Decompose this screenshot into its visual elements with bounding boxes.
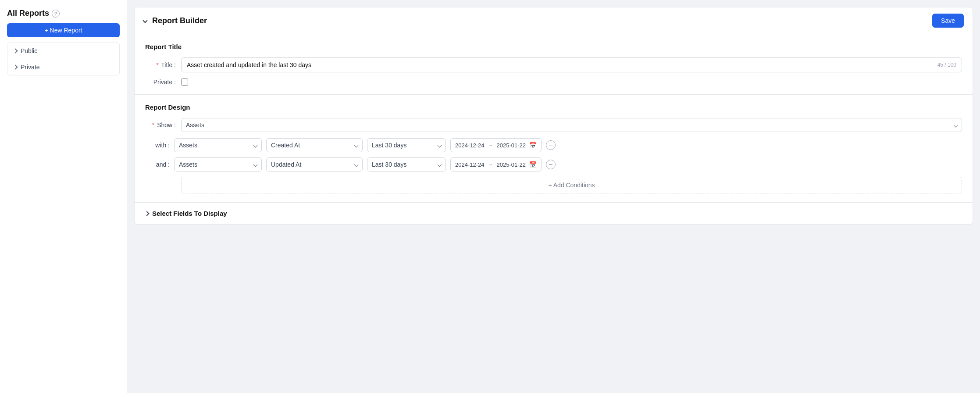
add-conditions-label: + Add Conditions (548, 182, 595, 189)
report-design-section: Report Design * Show : Assets with : Ass… (135, 95, 973, 203)
condition-2-assets-value: Assets (179, 161, 197, 168)
sidebar: All Reports ? + New Report Public Privat… (0, 0, 127, 393)
required-star: * (156, 61, 158, 68)
sidebar-item-public-label: Public (21, 47, 37, 54)
condition-1-field-value: Created At (271, 142, 300, 149)
show-select-value: Assets (186, 121, 204, 129)
calendar-icon-1: 📅 (529, 142, 537, 149)
panel-collapse-icon[interactable] (143, 18, 147, 23)
condition-1-assets-value: Assets (179, 142, 197, 149)
remove-condition-1-button[interactable]: − (546, 140, 556, 150)
report-design-section-label: Report Design (145, 104, 962, 111)
condition-1-field-chevron (354, 143, 359, 147)
help-icon[interactable]: ? (52, 10, 60, 18)
sidebar-groups: Public Private (7, 43, 120, 75)
select-fields-header[interactable]: Select Fields To Display (145, 210, 962, 217)
private-checkbox-wrapper (181, 79, 188, 86)
title-input[interactable] (187, 61, 937, 68)
show-label: * Show : (145, 121, 176, 129)
save-button[interactable]: Save (932, 14, 964, 28)
condition-2-period-value: Last 30 days (372, 161, 406, 168)
condition-2-date-end: 2025-01-22 (497, 161, 526, 168)
condition-1-field-select[interactable]: Created At (266, 138, 363, 152)
sidebar-title: All Reports ? (7, 9, 120, 18)
add-conditions-button[interactable]: + Add Conditions (181, 177, 962, 193)
main-content: Report Builder Save Report Title * Title… (127, 0, 980, 393)
condition-2-field-value: Updated At (271, 161, 301, 168)
and-label: and : (145, 161, 170, 168)
condition-2-assets-chevron (253, 162, 258, 167)
title-label: * Title : (145, 61, 176, 68)
sidebar-item-public[interactable]: Public (7, 43, 119, 59)
show-select-chevron (954, 123, 958, 127)
condition-2-field-chevron (354, 162, 359, 167)
select-fields-chevron (144, 211, 149, 216)
condition-2-date-range[interactable]: 2024-12-24 → 2025-01-22 📅 (450, 157, 542, 171)
condition-2-assets-select[interactable]: Assets (174, 157, 262, 171)
title-input-wrapper: 45 / 100 (181, 57, 962, 72)
new-report-button[interactable]: + New Report (7, 23, 120, 37)
condition-1-assets-select[interactable]: Assets (174, 138, 262, 152)
condition-1-date-start: 2024-12-24 (455, 142, 485, 149)
remove-condition-2-button[interactable]: − (546, 160, 556, 169)
sidebar-item-private-label: Private (21, 64, 40, 71)
private-label: Private : (145, 79, 176, 86)
sidebar-item-private[interactable]: Private (7, 59, 119, 75)
condition-1-period-value: Last 30 days (372, 142, 406, 149)
condition-2-field-select[interactable]: Updated At (266, 157, 363, 171)
condition-row-1: with : Assets Created At Last 30 days 20… (145, 138, 962, 152)
panel-title: Report Builder (143, 16, 207, 25)
title-row: * Title : 45 / 100 (145, 57, 962, 72)
private-checkbox[interactable] (181, 79, 188, 86)
date-arrow-icon: → (488, 142, 493, 148)
condition-1-date-end: 2025-01-22 (497, 142, 526, 149)
report-builder-panel: Report Builder Save Report Title * Title… (134, 7, 973, 225)
condition-row-2: and : Assets Updated At Last 30 days 202… (145, 157, 962, 171)
condition-1-period-chevron (438, 143, 442, 147)
condition-1-assets-chevron (253, 143, 258, 147)
with-label: with : (145, 142, 170, 149)
minus-icon: − (549, 142, 552, 149)
select-fields-label: Select Fields To Display (152, 210, 227, 217)
panel-header: Report Builder Save (135, 7, 973, 34)
chevron-right-icon (13, 48, 18, 53)
condition-2-period-chevron (438, 162, 442, 167)
sidebar-title-text: All Reports (7, 9, 49, 18)
condition-1-period-select[interactable]: Last 30 days (367, 138, 446, 152)
report-title-section: Report Title * Title : 45 / 100 Private … (135, 34, 973, 95)
show-required-star: * (152, 121, 154, 129)
minus-icon-2: − (549, 161, 552, 168)
chevron-right-icon-2 (13, 64, 18, 69)
condition-2-date-start: 2024-12-24 (455, 161, 485, 168)
report-title-section-label: Report Title (145, 43, 962, 50)
show-row: * Show : Assets (145, 118, 962, 132)
calendar-icon-2: 📅 (529, 161, 537, 168)
condition-1-date-range[interactable]: 2024-12-24 → 2025-01-22 📅 (450, 138, 542, 152)
panel-title-text: Report Builder (152, 16, 207, 25)
date-arrow-icon-2: → (488, 161, 493, 168)
show-select[interactable]: Assets (181, 118, 962, 132)
private-row: Private : (145, 79, 962, 86)
char-count: 45 / 100 (937, 62, 956, 68)
condition-2-period-select[interactable]: Last 30 days (367, 157, 446, 171)
select-fields-section: Select Fields To Display (135, 203, 973, 224)
